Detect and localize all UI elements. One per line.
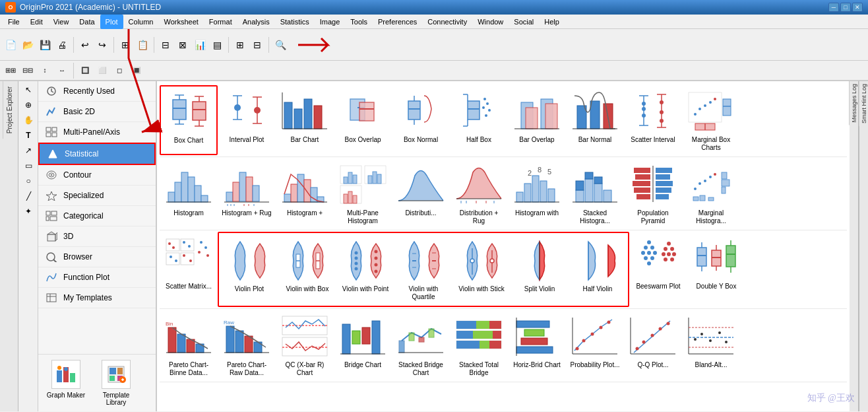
chart-item-qq-plot[interactable]: Q-Q Plot... [624, 310, 682, 380]
menu-statistics[interactable]: Statistics [275, 15, 315, 29]
menu-plot[interactable]: Plot [100, 15, 123, 29]
arrow-tool[interactable]: ↗ [20, 143, 37, 158]
matrix-btn[interactable]: ⊠ [175, 37, 191, 53]
open-btn[interactable]: 📂 [20, 37, 36, 53]
chart-item-stacked-total[interactable]: Stacked Total Bridge [450, 310, 508, 380]
menu-item-basic-2d[interactable]: Basic 2D [38, 102, 156, 122]
split-btn[interactable]: ⊟ [249, 37, 265, 53]
tb2-3[interactable]: ↕ [37, 63, 53, 79]
worksheet-btn[interactable]: ⊟ [158, 37, 173, 53]
template-library-item[interactable]: Template Library [96, 360, 136, 406]
chart-item-marginal-box[interactable]: Marginal Box Charts [682, 85, 740, 155]
menu-view[interactable]: View [48, 15, 75, 29]
menu-data[interactable]: Data [74, 15, 100, 29]
tb2-5[interactable]: 🔲 [77, 63, 93, 79]
menu-item-statistical[interactable]: Statistical [38, 143, 156, 165]
menu-item-contour[interactable]: Contour [38, 165, 156, 186]
menu-item-recently-used[interactable]: Recently Used [38, 81, 156, 102]
menu-item-3d[interactable]: 3D [38, 226, 156, 247]
chart-item-stacked-hist[interactable]: Stacked Histogra... [566, 158, 624, 228]
graph-maker-item[interactable]: Graph Maker [46, 360, 86, 406]
new-btn[interactable]: 📄 [3, 37, 18, 53]
chart-item-bridge[interactable]: Bridge Chart [334, 310, 392, 380]
chart-item-box-overlap[interactable]: Box Overlap [334, 85, 392, 155]
tb2-4[interactable]: ↔ [54, 63, 70, 79]
chart-item-pareto-raw[interactable]: Raw Pareto Chart-Raw Data... [218, 310, 276, 380]
chart-item-multi-pane[interactable]: Multi-Pane Histogram [334, 158, 392, 228]
menu-window[interactable]: Window [472, 15, 509, 29]
chart-item-bar-normal[interactable]: Bar Normal [566, 85, 624, 155]
chart-item-beeswarm[interactable]: Beeswarm Plot [629, 232, 687, 307]
ellipse-tool[interactable]: ○ [20, 174, 37, 188]
chart-item-half-violin[interactable]: Half Violin [569, 234, 627, 304]
zoom-tool[interactable]: ⊕ [20, 98, 37, 112]
messages-log-label[interactable]: Messages Log [849, 81, 859, 125]
chart-item-marginal-hist[interactable]: Marginal Histogra... [682, 158, 740, 228]
chart-item-box-chart[interactable]: Box Chart [160, 85, 218, 155]
maximize-button[interactable]: □ [840, 3, 851, 12]
pointer-tool[interactable]: ↖ [20, 83, 37, 97]
close-button[interactable]: ✕ [852, 3, 863, 12]
chart-item-bar-chart[interactable]: Bar Chart [276, 85, 334, 155]
chart-item-stacked-bridge[interactable]: Stacked Bridge Chart [392, 310, 450, 380]
tb2-2[interactable]: ⊟⊟ [20, 63, 36, 79]
menu-preferences[interactable]: Preferences [373, 15, 422, 29]
menu-item-categorical[interactable]: Categorical [38, 206, 156, 226]
chart-item-bland-alt[interactable]: Bland-Alt... [682, 310, 740, 380]
tb2-8[interactable]: 🔳 [129, 63, 144, 79]
menu-edit[interactable]: Edit [25, 15, 48, 29]
window-controls[interactable]: ─ □ ✕ [828, 3, 863, 12]
chart-item-bar-overlap[interactable]: Bar Overlap [508, 85, 566, 155]
menu-connectivity[interactable]: Connectivity [422, 15, 472, 29]
chart-item-probability[interactable]: Probability Plot... [566, 310, 624, 380]
menu-item-specialized[interactable]: Specialized [38, 186, 156, 206]
smart-hint-label[interactable]: Smart Hint Log [859, 81, 868, 126]
chart-item-violin-quartile[interactable]: Violin with Quartile [394, 234, 452, 304]
menu-item-browser[interactable]: Browser [38, 247, 156, 267]
redo-btn[interactable]: ↪ [94, 37, 110, 53]
layout-btn[interactable]: ▤ [209, 37, 225, 53]
menu-column[interactable]: Column [123, 15, 159, 29]
chart-item-qc-xbar[interactable]: QC (X-bar R) Chart [276, 310, 334, 380]
menu-item-my-templates[interactable]: My Templates [38, 288, 156, 308]
chart-item-violin-plot[interactable]: Violin Plot [220, 234, 278, 304]
chart-item-horiz-bridge[interactable]: Horiz-Brid Chart [508, 310, 566, 380]
menu-analysis[interactable]: Analysis [237, 15, 275, 29]
paste-btn[interactable]: 📋 [135, 37, 150, 53]
chart-item-dist-rug[interactable]: Distribution + Rug [450, 158, 508, 228]
pan-tool[interactable]: ✋ [20, 113, 37, 127]
project-explorer-label[interactable]: Project Explorer [3, 81, 16, 139]
print-btn[interactable]: 🖨 [54, 37, 70, 53]
chart-item-hist-with[interactable]: 2 8 5 Histogram with [508, 158, 566, 228]
chart-item-violin-stick[interactable]: Violin with Stick [452, 234, 511, 304]
menu-item-function-plot[interactable]: Function Plot [38, 267, 156, 288]
copy-btn[interactable]: ⊞ [117, 37, 133, 53]
menu-help[interactable]: Help [539, 15, 565, 29]
text-tool[interactable]: T [20, 128, 37, 143]
chart-item-histogram-plus[interactable]: Histogram + [276, 158, 334, 228]
tb2-7[interactable]: ◻ [111, 63, 127, 79]
rect-tool[interactable]: ▭ [20, 158, 37, 173]
undo-btn[interactable]: ↩ [77, 37, 93, 53]
minimize-button[interactable]: ─ [828, 3, 839, 12]
chart-item-pareto-binned[interactable]: Bin Pareto Chart-Binne Data... [160, 310, 218, 380]
menu-tools[interactable]: Tools [345, 15, 373, 29]
save-btn[interactable]: 💾 [37, 37, 53, 53]
chart-item-violin-box[interactable]: Violin with Box [278, 234, 336, 304]
chart-item-half-box[interactable]: Half Box [450, 85, 508, 155]
chart-item-pyramid[interactable]: Population Pyramid [624, 158, 682, 228]
menu-worksheet[interactable]: Worksheet [158, 15, 203, 29]
chart-item-interval-plot[interactable]: Interval Plot [218, 85, 276, 155]
chart-item-scatter-interval[interactable]: Scatter Interval [624, 85, 682, 155]
menu-image[interactable]: Image [315, 15, 346, 29]
menu-format[interactable]: Format [204, 15, 237, 29]
chart-item-histogram-rug[interactable]: Histogram + Rug [218, 158, 276, 228]
chart-item-split-violin[interactable]: Split Violin [511, 234, 569, 304]
data-reader[interactable]: ✦ [20, 204, 37, 219]
chart-item-scatter-matrix[interactable]: Scatter Matrix... [160, 232, 218, 307]
tb2-6[interactable]: ⬜ [94, 63, 110, 79]
merge-btn[interactable]: ⊞ [232, 37, 248, 53]
chart-item-histogram[interactable]: Histogram [160, 158, 218, 228]
menu-social[interactable]: Social [509, 15, 539, 29]
menu-item-multi-panel[interactable]: Multi-Panel/Axis [38, 122, 156, 143]
